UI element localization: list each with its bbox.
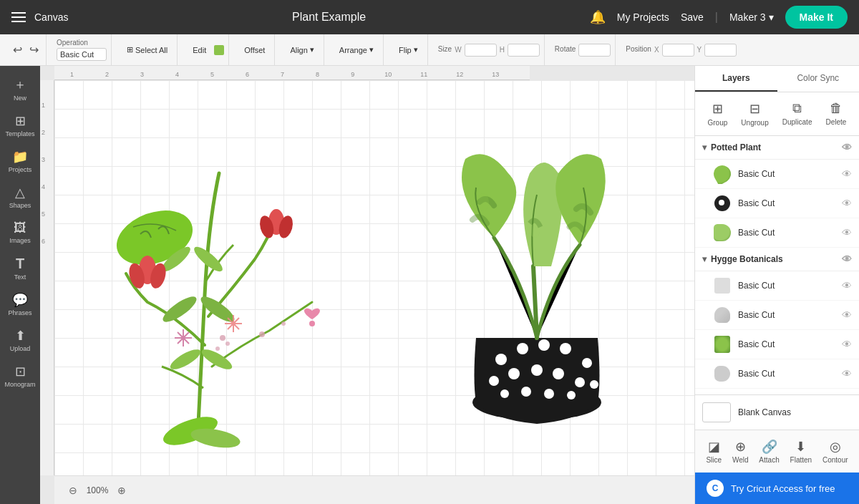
canvas-area[interactable]: 1 2 3 4 5 6 7 8 9 10 11 12 13 1 2 3 4 5 … bbox=[40, 66, 694, 504]
svg-point-5 bbox=[168, 346, 203, 373]
zoom-in-button[interactable]: ⊕ bbox=[115, 482, 129, 499]
delete-button[interactable]: 🗑 Delete bbox=[820, 98, 853, 130]
new-icon: ＋ bbox=[14, 76, 26, 93]
layer-hb-1[interactable]: Basic Cut 👁 bbox=[695, 271, 859, 301]
duplicate-button[interactable]: ⧉ Duplicate bbox=[777, 98, 818, 130]
group-label: Group bbox=[708, 119, 728, 127]
layer-pp-1-visibility-icon[interactable]: 👁 bbox=[842, 168, 852, 180]
rotate-input[interactable] bbox=[578, 44, 611, 57]
layer-pp-1[interactable]: Basic Cut 👁 bbox=[695, 160, 859, 189]
layer-hb-2-visibility-icon[interactable]: 👁 bbox=[842, 309, 852, 321]
align-button[interactable]: Align ▾ bbox=[285, 42, 319, 57]
operation-value[interactable]: Basic Cut bbox=[57, 48, 107, 61]
hygge-botanicals-visibility-icon[interactable]: 👁 bbox=[842, 253, 852, 265]
svg-point-47 bbox=[477, 193, 489, 210]
zoom-out-button[interactable]: ⊖ bbox=[66, 482, 80, 499]
layer-pp-1-thumb-img bbox=[712, 164, 732, 184]
layer-hb-4-visibility-icon[interactable]: 👁 bbox=[842, 368, 852, 379]
layer-hb-1-visibility-icon[interactable]: 👁 bbox=[842, 280, 852, 291]
operation-select[interactable]: Operation Basic Cut bbox=[57, 39, 107, 61]
sidebar-item-monogram[interactable]: ⊡ Monogram bbox=[3, 359, 37, 392]
ungroup-icon: ⊟ bbox=[749, 101, 760, 117]
phrases-icon: 💬 bbox=[12, 292, 28, 308]
sidebar-item-new[interactable]: ＋ New bbox=[3, 72, 37, 106]
layer-hb-1-thumb bbox=[712, 276, 732, 296]
layer-hb-2-thumb bbox=[712, 305, 732, 325]
cricut-access-bar[interactable]: C Try Cricut Access for free bbox=[695, 472, 859, 504]
align-chevron-icon: ▾ bbox=[310, 45, 314, 54]
layer-hb-3-visibility-icon[interactable]: 👁 bbox=[842, 339, 852, 350]
operation-group: Operation Basic Cut bbox=[52, 34, 112, 65]
save-button[interactable]: Save bbox=[681, 11, 704, 23]
x-input[interactable] bbox=[662, 44, 694, 57]
sidebar-item-upload-label: Upload bbox=[10, 345, 31, 352]
layer-hb-5[interactable]: Basic Cut 👁 bbox=[695, 389, 859, 394]
group-button[interactable]: ⊞ Group bbox=[702, 98, 734, 130]
layer-hb-3[interactable]: Basic Cut 👁 bbox=[695, 330, 859, 359]
templates-icon: ⊞ bbox=[15, 113, 26, 129]
layer-hb-2[interactable]: Basic Cut 👁 bbox=[695, 301, 859, 330]
group-hygge-botanicals[interactable]: ▾ Hygge Botanicals 👁 bbox=[695, 248, 859, 271]
tab-layers[interactable]: Layers bbox=[695, 66, 777, 92]
layer-pp-3-visibility-icon[interactable]: 👁 bbox=[842, 227, 852, 238]
contour-button[interactable]: ◎ Contour bbox=[818, 436, 853, 467]
layer-pp-2[interactable]: Basic Cut 👁 bbox=[695, 189, 859, 218]
potted-plant-visibility-icon[interactable]: 👁 bbox=[842, 142, 852, 153]
redo-button[interactable]: ↪ bbox=[26, 40, 42, 59]
slice-button[interactable]: ◪ Slice bbox=[702, 436, 726, 467]
layer-hb-4-thumb-img bbox=[714, 366, 730, 382]
svg-point-42 bbox=[590, 380, 598, 389]
w-label: W bbox=[455, 46, 461, 54]
width-input[interactable] bbox=[465, 44, 497, 57]
hamburger-menu[interactable] bbox=[11, 12, 26, 22]
svg-point-46 bbox=[567, 391, 576, 399]
layer-hb-4[interactable]: Basic Cut 👁 bbox=[695, 359, 859, 389]
layer-pp-2-name: Basic Cut bbox=[738, 198, 836, 208]
group-potted-plant[interactable]: ▾ Potted Plant 👁 bbox=[695, 136, 859, 160]
sidebar-item-text[interactable]: T Text bbox=[3, 251, 37, 285]
layer-hb-2-name: Basic Cut bbox=[738, 310, 836, 320]
layer-pp-2-visibility-icon[interactable]: 👁 bbox=[842, 198, 852, 209]
sidebar-item-shapes-label: Shapes bbox=[9, 202, 31, 209]
floral-plant-svg bbox=[90, 116, 377, 460]
undo-button[interactable]: ↩ bbox=[10, 40, 25, 59]
ungroup-button[interactable]: ⊟ Ungroup bbox=[735, 98, 774, 130]
flip-button[interactable]: Flip ▾ bbox=[394, 42, 423, 57]
maker-selector[interactable]: Maker 3 ▾ bbox=[729, 11, 774, 23]
my-projects-link[interactable]: My Projects bbox=[617, 11, 669, 23]
select-all-button[interactable]: ⊞ Select All bbox=[122, 42, 173, 57]
edit-button[interactable]: Edit bbox=[188, 43, 211, 57]
sidebar-item-upload[interactable]: ⬆ Upload bbox=[3, 324, 37, 357]
offset-button[interactable]: Offset bbox=[239, 43, 270, 57]
attach-icon: 🔗 bbox=[762, 439, 777, 455]
canvas-content[interactable] bbox=[54, 80, 694, 475]
weld-button[interactable]: ⊕ Weld bbox=[728, 436, 753, 467]
sidebar-item-shapes[interactable]: △ Shapes bbox=[3, 180, 37, 213]
sidebar-item-phrases[interactable]: 💬 Phrases bbox=[3, 288, 37, 321]
make-it-button[interactable]: Make It bbox=[785, 6, 848, 29]
tab-color-sync[interactable]: Color Sync bbox=[777, 66, 860, 92]
slice-icon: ◪ bbox=[708, 439, 720, 455]
arrange-button[interactable]: Arrange ▾ bbox=[334, 42, 379, 57]
svg-point-32 bbox=[495, 354, 507, 365]
flatten-button[interactable]: ⬇ Flatten bbox=[786, 436, 817, 467]
layer-pp-2-thumb bbox=[712, 193, 732, 213]
notifications-icon[interactable]: 🔔 bbox=[590, 9, 606, 25]
sidebar-item-images[interactable]: 🖼 Images bbox=[3, 216, 37, 248]
sidebar-item-templates[interactable]: ⊞ Templates bbox=[3, 109, 37, 142]
delete-icon: 🗑 bbox=[830, 101, 843, 116]
nav-right: 🔔 My Projects Save | Maker 3 ▾ Make It bbox=[590, 6, 848, 29]
sidebar-item-projects[interactable]: 📁 Projects bbox=[3, 145, 37, 178]
height-input[interactable] bbox=[508, 44, 540, 57]
svg-point-43 bbox=[500, 389, 509, 398]
svg-point-37 bbox=[489, 376, 499, 386]
undo-redo-group: ↩ ↪ bbox=[6, 34, 47, 65]
svg-point-27 bbox=[281, 321, 286, 326]
sidebar-item-monogram-label: Monogram bbox=[4, 381, 35, 388]
layer-pp-3[interactable]: Basic Cut 👁 bbox=[695, 218, 859, 248]
y-input[interactable] bbox=[704, 44, 737, 57]
weld-icon: ⊕ bbox=[735, 439, 746, 455]
attach-button[interactable]: 🔗 Attach bbox=[754, 436, 783, 467]
align-group: Align ▾ bbox=[281, 34, 324, 65]
slice-label: Slice bbox=[706, 456, 722, 464]
